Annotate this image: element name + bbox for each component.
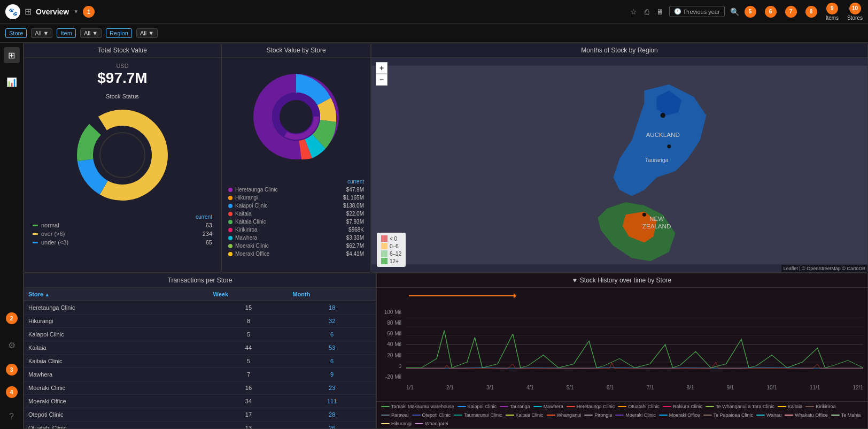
sidebar-home-icon[interactable]: ⊞ (4, 47, 20, 63)
legend-item-label: Taumarunui Clinic (464, 412, 502, 418)
chart-legend-item: Whakatu Office (785, 412, 827, 418)
badge-5[interactable]: 5 (745, 6, 756, 18)
heart-icon: ♥ (573, 277, 577, 284)
legend-item-label: Mawhera (544, 404, 563, 409)
store-list-item: Kaiapoi Clinic $138.0M (226, 202, 366, 210)
month-cell: 6 (288, 355, 376, 368)
arrow-line (409, 295, 516, 296)
store-color-dot (228, 188, 232, 192)
items-button[interactable]: 9 Items (826, 3, 839, 21)
legend-item-label: Hikurangi (391, 421, 412, 426)
store-color-dot (228, 236, 232, 240)
app-logo: 🐾 (5, 4, 20, 19)
chart-legend-item: Kaiapoi Clinic (458, 404, 497, 409)
legend-line (663, 406, 671, 407)
sidebar-grid-icon[interactable]: ⚙ (4, 337, 20, 353)
week-cell: 13 (209, 422, 289, 429)
badge-6[interactable]: 6 (765, 6, 777, 18)
store-cell: Otuatahi Clinic (24, 422, 209, 429)
menu-icon[interactable]: ⊞ (25, 6, 32, 17)
legend-0-6-label: 0–6 (390, 243, 399, 249)
nav-dropdown-icon[interactable]: ▼ (73, 9, 79, 14)
sidebar-badge-2[interactable]: 2 (6, 312, 18, 324)
table-header: Store Week Month (24, 288, 376, 301)
display-icon[interactable]: 🖥 (654, 5, 666, 18)
legend-line (615, 415, 624, 416)
chart-legend-item: Tamaki Makaurau warehouse (381, 404, 454, 409)
legend-normal: normal 63 (33, 221, 212, 229)
badge-1[interactable]: 1 (83, 6, 95, 18)
over-value: 234 (203, 231, 212, 237)
prev-year-button[interactable]: 🕐 Previous year (669, 6, 724, 17)
map-zoom: + − (376, 62, 387, 86)
badge-7[interactable]: 7 (785, 6, 797, 18)
store-value: $47.9M (346, 187, 364, 193)
region-filter-label: Region (106, 28, 132, 38)
region-filter-dropdown[interactable]: All ▼ (136, 28, 158, 38)
legend-6-12 (381, 250, 387, 257)
badge-10: 10 (849, 3, 861, 14)
store-name: Heretaunga Clinic (235, 187, 278, 193)
zoom-out-button[interactable]: − (376, 74, 387, 86)
store-cell: Moeraki Clinic (24, 381, 209, 395)
legend-line (533, 406, 542, 407)
col-store[interactable]: Store (24, 288, 209, 301)
map-legend: < 0 0–6 6–12 12+ (377, 233, 406, 267)
chart-legend-item: Moeraki Office (659, 412, 700, 418)
store-list-item: Moeraki Office $4.41M (226, 250, 366, 258)
item-filter-dropdown[interactable]: All ▼ (80, 28, 102, 38)
store-color-dot (228, 212, 232, 216)
col-month[interactable]: Month (288, 288, 376, 301)
filter-bar: Store All ▼ Item All ▼ Region All ▼ (0, 24, 868, 43)
table-container[interactable]: Store Week Month Heretaunga Clinic 15 18… (24, 288, 376, 428)
store-filter-label: Store (5, 28, 27, 38)
store-cell: Kaiapoi Clinic (24, 328, 209, 341)
legend-over: over (>6) 234 (33, 229, 212, 238)
sidebar-badge-4[interactable]: 4 (6, 386, 18, 398)
badge-8[interactable]: 8 (805, 6, 817, 18)
normal-value: 63 (206, 222, 212, 228)
zoom-in-button[interactable]: + (376, 62, 387, 74)
legend-line (506, 415, 514, 416)
legend-line (584, 415, 593, 416)
legend-line (805, 406, 814, 407)
legend-under: under (<3) 65 (33, 238, 212, 247)
items-stores-section: 5 6 7 8 9 Items 10 Stores (745, 3, 863, 21)
share-icon[interactable]: ⎙ (642, 5, 651, 18)
col-week[interactable]: Week (209, 288, 289, 301)
items-label: Items (826, 15, 839, 21)
legend-line (547, 415, 555, 416)
sidebar-chart-icon[interactable]: 📊 (4, 74, 20, 90)
table-row: Otuatahi Clinic 13 26 (24, 422, 376, 429)
legend-line (454, 415, 462, 416)
legend-item-label: Tauranga (510, 404, 530, 409)
star-icon[interactable]: ☆ (628, 5, 639, 18)
svg-point-15 (661, 113, 665, 118)
store-list-item: Hikurangi $1.165M (226, 194, 366, 202)
stock-history-title: ♥ Stock History over time by Store (377, 273, 867, 288)
month-cell: 6 (288, 328, 376, 341)
stores-button[interactable]: 10 Stores (847, 3, 863, 21)
store-cell: Kaitaia (24, 341, 209, 355)
legend-item-label: Kirikiriroa (816, 404, 836, 409)
chart-area: 100 Mil 80 Mil 60 Mil 40 Mil 20 Mil 0 -2… (377, 304, 867, 401)
sidebar-badge-3[interactable]: 3 (6, 364, 18, 376)
legend-6-12-label: 6–12 (390, 251, 401, 257)
legend-item-label: Rakiura Clinic (673, 404, 703, 409)
store-value: $968K (348, 227, 364, 233)
store-cell: Mawhera (24, 368, 209, 381)
legend-item-label: Whakatu Office (795, 412, 827, 418)
legend-item-label: Moeraki Clinic (625, 412, 656, 418)
left-sidebar: ⊞ 📊 2 ⚙ 3 4 ? (0, 43, 24, 429)
over-label: over (>6) (41, 231, 65, 237)
store-color-dot (228, 244, 232, 248)
week-cell: 44 (209, 341, 289, 355)
sidebar-help-icon[interactable]: ? (4, 409, 20, 425)
stock-store-panel: Stock Value by Store (221, 43, 371, 273)
table-row: Mawhera 7 9 (24, 368, 376, 381)
search-icon[interactable]: 🔍 (728, 5, 741, 18)
store-filter-dropdown[interactable]: All ▼ (31, 28, 52, 38)
month-cell: 23 (288, 381, 376, 395)
donut-chart (24, 102, 221, 209)
week-cell: 17 (209, 408, 289, 422)
